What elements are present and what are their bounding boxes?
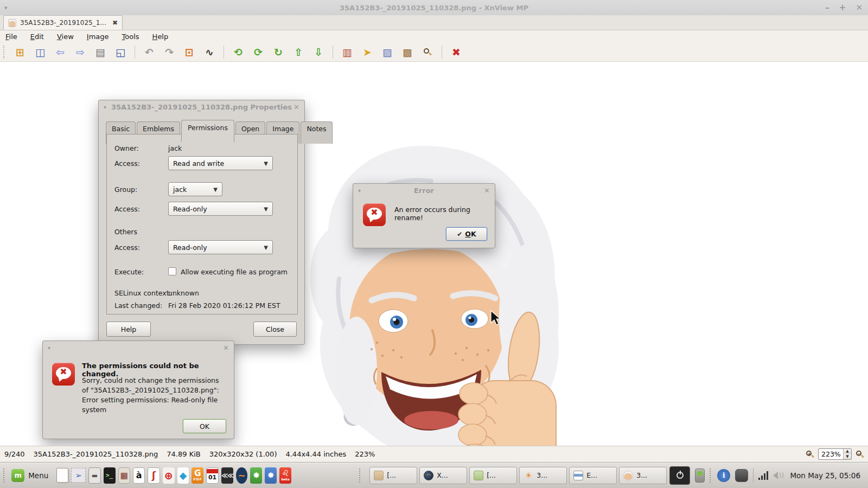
rotate-page-icon[interactable]: ↻ [271,44,286,60]
crop-icon[interactable]: ⊡ [182,44,197,60]
curves-icon[interactable]: ∿ [202,44,217,60]
tray-app-icon[interactable] [735,469,748,482]
window-button-5[interactable]: E... [569,467,617,484]
calendar-launcher-icon[interactable]: 01 [206,467,218,484]
menu-view[interactable]: View [57,33,74,41]
minimize-button[interactable]: – [825,3,829,12]
fullscreen-icon[interactable]: ◱ [113,44,128,60]
save-icon[interactable]: ◫ [33,44,48,60]
perm-error-close-icon[interactable]: ✕ [223,344,229,352]
window-button-2[interactable]: ◠X... [419,467,467,484]
toolbar-grip[interactable] [3,46,7,59]
update-manager-shield-icon[interactable]: i [717,469,730,482]
error-dialog-titlebar[interactable]: ▾ Error ✕ [353,184,495,197]
dialog-menu-icon[interactable]: ▾ [358,188,361,194]
forward-icon[interactable]: ⇨ [73,44,88,60]
maximize-button[interactable]: + [839,3,846,12]
execute-checkbox[interactable] [168,267,176,275]
menu-tools[interactable]: Tools [122,33,139,41]
rotate-right-icon[interactable]: ⟳ [251,44,266,60]
panel-grip[interactable] [710,468,712,483]
tab-notes[interactable]: Notes [301,121,332,144]
xnview-classic-window-icon: ☀ [524,471,533,480]
redo-icon[interactable]: ↷ [162,44,177,60]
compare-icon[interactable]: ➤ [360,44,375,60]
web-browser-blue-launcher-icon[interactable]: ✸ [265,467,277,484]
window-button-3[interactable]: [... [469,467,517,484]
thunderbird-launcher-icon[interactable]: ➢ [71,467,86,484]
power-applet-button[interactable] [669,466,690,485]
status-position: 9/240 [4,450,24,458]
window-menu-icon[interactable]: ▾ [4,4,8,11]
properties-dialog-titlebar[interactable]: ▾ 35A152B3-_20191025_110328.png Properti… [99,100,304,113]
calculator-launcher-icon[interactable]: ▦ [118,467,130,484]
menu-help[interactable]: Help [152,33,169,41]
tab-close-icon[interactable]: ✖ [112,19,118,27]
properties-dialog-close-icon[interactable]: ✕ [293,103,299,111]
owner-access-dropdown[interactable]: Read and write ▼ [168,156,273,170]
volume-icon[interactable]: )) [773,471,784,479]
window-button-6[interactable]: 3... [619,467,667,484]
brave-beta-launcher-icon[interactable]: ♌beta [279,467,291,484]
delete-icon[interactable]: ✖ [449,44,464,60]
zoom-steppers[interactable]: ▲ ▼ [843,449,851,459]
filmstrip-icon[interactable]: ▤ [93,44,108,60]
pdf-app-launcher-icon[interactable]: GPDF [192,467,203,484]
window-button-4[interactable]: ☀3... [519,467,567,484]
back-icon[interactable]: ⇦ [53,44,68,60]
zoom-out-icon[interactable]: − [856,451,864,458]
video-editor-launcher-icon[interactable]: ≪≪ [221,467,233,484]
selinux-value: unknown [168,289,199,297]
stamp-icon[interactable]: ▩ [400,44,415,60]
panel-grip[interactable] [359,468,361,483]
folder-window-icon [474,471,483,480]
zoom-tool-icon[interactable] [420,44,435,60]
dialog-menu-icon[interactable]: ▾ [48,345,50,351]
perm-error-body: Sorry, could not change the permissions … [82,376,227,415]
group-access-dropdown[interactable]: Read-only ▼ [168,202,273,216]
undo-icon[interactable]: ↶ [142,44,157,60]
perm-error-titlebar[interactable]: ▾ ✕ [43,341,234,354]
error-dialog-close-icon[interactable]: ✕ [484,187,490,195]
screenshot-target-launcher-icon[interactable]: ⊕ [163,467,175,484]
histogram-icon[interactable]: ▥ [340,44,355,60]
perm-error-ok-button[interactable]: OK [183,419,226,433]
dictionary-launcher-icon[interactable]: ʃ [148,467,159,484]
libreoffice-launcher-icon[interactable] [56,467,68,484]
menu-file[interactable]: File [5,33,17,41]
image-tool-icon[interactable]: ▨ [380,44,395,60]
web-browser-green-launcher-icon[interactable]: ✸ [250,467,262,484]
rotate-left-icon[interactable]: ⟲ [231,44,246,60]
close-dialog-button[interactable]: Close [253,322,297,337]
dialog-menu-icon[interactable]: ▾ [104,104,106,110]
zoom-spinbox[interactable]: 223% ▲ ▼ [818,448,852,460]
error-ok-button[interactable]: ✔ OK [446,227,487,241]
tab-permissions[interactable]: Permissions [181,120,234,142]
export-add-icon[interactable]: ⇩ [311,44,326,60]
spin-down-icon[interactable]: ▼ [844,454,851,460]
zoom-in-icon[interactable]: + [806,451,814,458]
browser-icon[interactable]: ⊞ [12,44,28,60]
battery-applet-icon[interactable] [695,468,705,483]
move-up-icon[interactable]: ⇧ [291,44,306,60]
group-dropdown[interactable]: jack ▼ [168,182,222,196]
spin-up-icon[interactable]: ▲ [844,449,851,454]
menu-image[interactable]: Image [87,33,109,41]
others-access-dropdown[interactable]: Read-only ▼ [168,240,273,254]
network-signal-icon[interactable] [758,471,768,480]
terminal-launcher-icon[interactable]: >_ [104,467,116,484]
mint-menu-button[interactable]: m Menu [8,466,54,485]
panel-grip[interactable] [3,468,5,483]
menu-edit[interactable]: Edit [30,33,44,41]
file-manager-launcher-icon[interactable]: ▬ [88,467,100,484]
window-button-1[interactable]: [... [369,467,417,484]
zoom-value[interactable]: 223% [819,450,843,458]
system-tray: i )) Mon May 25, 05:06 [669,466,865,485]
clock[interactable]: Mon May 25, 05:06 [790,471,860,480]
help-button[interactable]: Help [106,322,151,337]
waterfox-launcher-icon[interactable]: ~ [236,467,248,484]
image-tab[interactable]: 35A152B3-_20191025_1... ✖ [3,15,123,30]
kodi-launcher-icon[interactable]: ◆ [177,467,189,484]
close-button[interactable]: ✕ [856,3,863,12]
character-map-launcher-icon[interactable]: à [133,467,145,484]
